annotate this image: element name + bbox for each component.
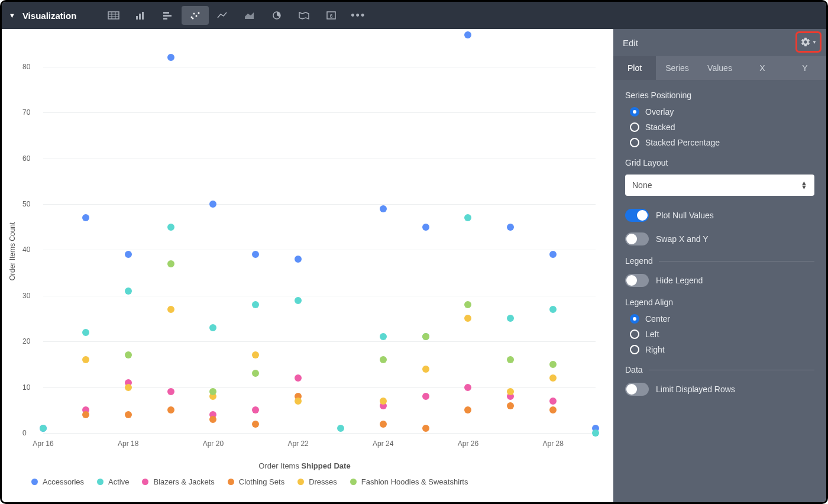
- viz-type-column[interactable]: [127, 6, 154, 25]
- data-point[interactable]: [380, 333, 387, 340]
- data-point[interactable]: [507, 224, 514, 231]
- data-point[interactable]: [464, 406, 471, 413]
- legend-align-radios: CenterLeftRight: [625, 314, 814, 354]
- radio-icon: [630, 122, 639, 132]
- data-point[interactable]: [125, 384, 132, 391]
- data-point[interactable]: [252, 351, 259, 358]
- data-point[interactable]: [507, 315, 514, 322]
- data-point[interactable]: [549, 251, 557, 258]
- legend-item[interactable]: Accessories: [31, 477, 84, 486]
- data-point[interactable]: [549, 306, 557, 313]
- tab-x[interactable]: X: [741, 56, 784, 80]
- legend-align-right[interactable]: Right: [625, 345, 814, 354]
- hide-legend-toggle[interactable]: Hide Legend: [625, 274, 814, 287]
- settings-gear-button[interactable]: ▼: [795, 31, 821, 53]
- data-point[interactable]: [82, 329, 89, 336]
- data-point[interactable]: [167, 54, 174, 61]
- data-point[interactable]: [464, 315, 471, 322]
- data-point[interactable]: [380, 205, 387, 212]
- legend-item[interactable]: Dresses: [297, 477, 337, 486]
- grid-layout-select[interactable]: None ▲▼: [625, 175, 814, 196]
- data-point[interactable]: [125, 351, 132, 358]
- tab-series[interactable]: Series: [656, 56, 698, 80]
- viz-type-area[interactable]: [236, 6, 263, 25]
- viz-type-bar[interactable]: [154, 6, 182, 25]
- legend-item[interactable]: Active: [97, 477, 129, 486]
- more-viz-icon[interactable]: •••: [345, 9, 371, 22]
- legend-item[interactable]: Blazers & Jackets: [142, 477, 214, 486]
- data-point[interactable]: [209, 388, 216, 395]
- data-point[interactable]: [295, 256, 302, 263]
- data-point[interactable]: [380, 398, 387, 405]
- data-point[interactable]: [167, 388, 174, 395]
- viz-type-map[interactable]: [290, 6, 318, 25]
- collapse-caret-icon[interactable]: ▼: [9, 12, 15, 19]
- data-point[interactable]: [82, 214, 89, 221]
- data-point[interactable]: [592, 429, 599, 437]
- data-point[interactable]: [125, 411, 132, 418]
- data-point[interactable]: [252, 421, 259, 428]
- data-point[interactable]: [82, 356, 89, 363]
- data-point[interactable]: [549, 374, 557, 382]
- data-point[interactable]: [549, 406, 557, 413]
- tab-values[interactable]: Values: [698, 56, 741, 80]
- data-point[interactable]: [422, 393, 429, 400]
- data-point[interactable]: [507, 402, 514, 409]
- data-point[interactable]: [167, 224, 174, 231]
- data-point[interactable]: [209, 416, 216, 423]
- series-pos-stacked-percentage[interactable]: Stacked Percentage: [625, 138, 814, 147]
- data-point[interactable]: [380, 356, 387, 363]
- data-point[interactable]: [252, 301, 259, 308]
- y-tick: 0: [22, 429, 27, 437]
- data-point[interactable]: [422, 333, 429, 340]
- data-point[interactable]: [422, 224, 429, 231]
- data-point[interactable]: [507, 388, 514, 395]
- tab-y[interactable]: Y: [784, 56, 826, 80]
- limit-rows-toggle[interactable]: Limit Displayed Rows: [625, 383, 814, 396]
- series-pos-stacked[interactable]: Stacked: [625, 122, 814, 132]
- data-point[interactable]: [422, 425, 429, 432]
- plot-null-toggle[interactable]: Plot Null Values: [625, 209, 814, 222]
- chart-area: Order Items Count 01020304050607080Apr 1…: [2, 29, 613, 502]
- viz-type-single-value[interactable]: 6: [318, 6, 345, 25]
- data-point[interactable]: [125, 251, 132, 258]
- data-point[interactable]: [40, 425, 47, 432]
- x-tick: Apr 26: [458, 440, 478, 448]
- data-point[interactable]: [464, 214, 471, 221]
- viz-type-scatter[interactable]: [182, 6, 209, 25]
- data-point[interactable]: [167, 260, 174, 267]
- viz-type-line[interactable]: [209, 6, 236, 25]
- data-point[interactable]: [125, 287, 132, 295]
- data-point[interactable]: [549, 361, 557, 368]
- legend-align-center[interactable]: Center: [625, 314, 814, 324]
- data-point[interactable]: [252, 251, 259, 258]
- data-point[interactable]: [464, 31, 471, 38]
- data-point[interactable]: [464, 384, 471, 391]
- viz-type-pie[interactable]: [263, 6, 290, 25]
- legend-item[interactable]: Clothing Sets: [228, 477, 284, 486]
- data-point[interactable]: [295, 374, 302, 382]
- data-point[interactable]: [167, 406, 174, 413]
- data-point[interactable]: [464, 301, 471, 308]
- data-point[interactable]: [209, 324, 216, 331]
- data-point[interactable]: [167, 306, 174, 313]
- data-point[interactable]: [507, 356, 514, 363]
- svg-rect-10: [163, 18, 167, 20]
- data-point[interactable]: [82, 411, 89, 418]
- data-point[interactable]: [209, 201, 216, 208]
- data-point[interactable]: [252, 370, 259, 377]
- viz-type-table[interactable]: [100, 6, 127, 25]
- data-point[interactable]: [295, 297, 302, 304]
- swap-xy-toggle[interactable]: Swap X and Y: [625, 232, 814, 245]
- legend-item[interactable]: Fashion Hoodies & Sweatshirts: [350, 477, 468, 486]
- data-point[interactable]: [549, 398, 557, 405]
- gridline: [43, 67, 596, 67]
- data-point[interactable]: [295, 398, 302, 405]
- data-point[interactable]: [252, 406, 259, 413]
- data-point[interactable]: [337, 425, 344, 432]
- legend-align-left[interactable]: Left: [625, 329, 814, 339]
- series-pos-overlay[interactable]: Overlay: [625, 107, 814, 117]
- data-point[interactable]: [422, 366, 429, 373]
- data-point[interactable]: [380, 421, 387, 428]
- tab-plot[interactable]: Plot: [613, 56, 656, 80]
